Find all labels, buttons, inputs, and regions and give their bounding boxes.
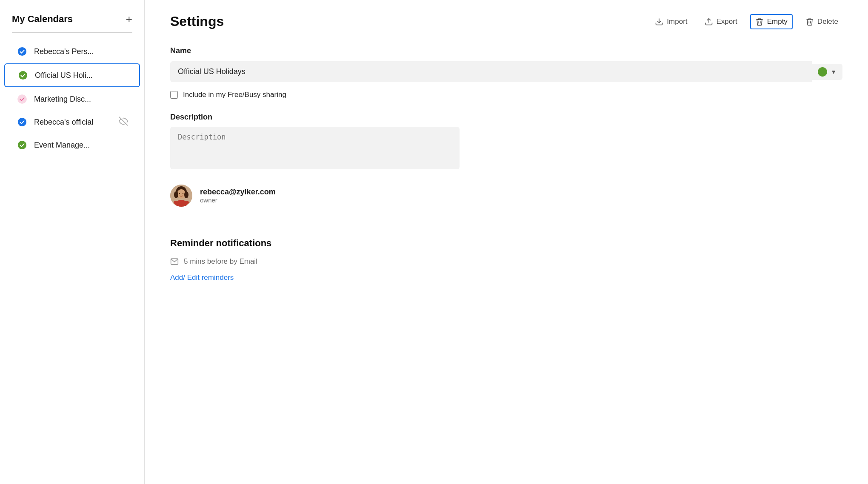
calendar-icon-rebeccas-personal — [16, 46, 28, 57]
description-section-label: Description — [170, 113, 842, 122]
calendar-icon-rebeccas-official — [16, 116, 28, 128]
name-row: ▼ — [170, 61, 842, 82]
sidebar-item-event-manage[interactable]: Event Manage... — [4, 134, 140, 156]
owner-role: owner — [200, 196, 276, 204]
hidden-icon-rebeccas-official[interactable] — [119, 117, 128, 128]
svg-point-15 — [184, 201, 189, 204]
free-busy-checkbox[interactable] — [170, 91, 178, 99]
owner-row: rebecca@zylker.com owner — [170, 185, 842, 207]
toolbar: Import Export Empty — [651, 14, 842, 29]
sidebar-item-marketing-disc[interactable]: Marketing Disc... — [4, 88, 140, 110]
calendar-icon-event-manage — [16, 139, 28, 151]
reminder-item: 5 mins before by Email — [170, 257, 842, 266]
calendar-icon-marketing-disc — [16, 93, 28, 105]
import-icon — [655, 17, 663, 26]
svg-point-1 — [19, 71, 27, 80]
sidebar-title: My Calendars — [12, 14, 73, 25]
svg-point-10 — [177, 189, 186, 199]
sidebar-divider — [12, 32, 132, 33]
reminders-section-title: Reminder notifications — [170, 238, 842, 249]
owner-email: rebecca@zylker.com — [200, 188, 276, 196]
calendar-name-input[interactable] — [170, 61, 812, 82]
svg-point-17 — [183, 193, 183, 194]
avatar — [170, 185, 192, 207]
color-picker[interactable]: ▼ — [812, 64, 842, 80]
main-content: Settings Import Export — [145, 0, 868, 484]
description-input[interactable] — [170, 127, 460, 169]
owner-info: rebecca@zylker.com owner — [200, 188, 276, 204]
sidebar-item-rebeccas-personal[interactable]: Rebecca's Pers... — [4, 40, 140, 63]
svg-point-14 — [174, 201, 179, 204]
section-divider — [170, 224, 842, 224]
sidebar-item-label-event-manage: Event Manage... — [34, 141, 128, 150]
calendar-icon-official-us-holidays — [17, 69, 29, 81]
delete-button[interactable]: Delete — [801, 15, 842, 28]
page-title: Settings — [170, 14, 224, 29]
empty-button[interactable]: Empty — [750, 14, 793, 29]
sidebar-item-label-rebeccas-official: Rebecca's official — [34, 118, 115, 127]
sidebar-item-label-rebeccas-personal: Rebecca's Pers... — [34, 47, 128, 56]
svg-point-16 — [179, 193, 180, 194]
svg-point-12 — [184, 191, 188, 198]
sidebar-item-label-marketing-disc: Marketing Disc... — [34, 95, 128, 104]
email-icon — [170, 257, 179, 266]
free-busy-row: Include in my Free/Busy sharing — [170, 91, 842, 99]
svg-point-11 — [174, 191, 178, 198]
sidebar-header: My Calendars + — [0, 14, 144, 32]
free-busy-label[interactable]: Include in my Free/Busy sharing — [183, 91, 286, 99]
delete-icon — [805, 17, 814, 26]
add-edit-reminders-row: Add/ Edit reminders — [170, 273, 842, 282]
main-header: Settings Import Export — [170, 14, 842, 29]
empty-icon — [755, 17, 764, 26]
reminder-text: 5 mins before by Email — [184, 257, 257, 266]
chevron-down-icon: ▼ — [831, 68, 837, 75]
svg-point-2 — [18, 95, 26, 103]
svg-point-3 — [18, 118, 26, 126]
sidebar: My Calendars + Rebecca's Pers... Officia… — [0, 0, 145, 484]
svg-point-5 — [18, 141, 26, 149]
sidebar-item-label-official-us-holidays: Official US Holi... — [35, 71, 127, 80]
name-section-label: Name — [170, 46, 842, 55]
calendar-list: Rebecca's Pers... Official US Holi... Ma… — [0, 40, 144, 156]
sidebar-item-official-us-holidays[interactable]: Official US Holi... — [4, 63, 140, 87]
add-edit-reminders-button[interactable]: Add/ Edit reminders — [170, 273, 234, 282]
export-button[interactable]: Export — [700, 15, 742, 28]
color-dot — [818, 67, 827, 77]
import-button[interactable]: Import — [651, 15, 691, 28]
sidebar-item-rebeccas-official[interactable]: Rebecca's official — [4, 111, 140, 133]
export-icon — [705, 17, 713, 26]
add-calendar-button[interactable]: + — [126, 14, 132, 25]
svg-point-0 — [18, 47, 26, 56]
